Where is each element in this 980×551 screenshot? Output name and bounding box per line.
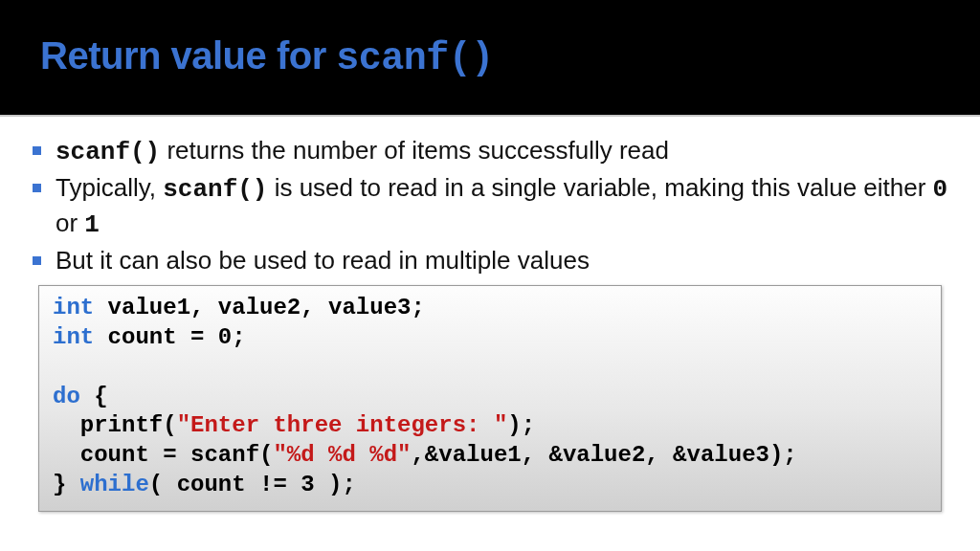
code-text: printf( <box>53 412 177 438</box>
keyword: int <box>53 324 94 350</box>
keyword: int <box>53 295 94 320</box>
slide-content: scanf() returns the number of items succ… <box>0 117 980 512</box>
bullet-text: is used to read in a single variable, ma… <box>267 173 932 202</box>
code-text: { <box>80 384 108 409</box>
bullet-list: scanf() returns the number of items succ… <box>27 134 953 277</box>
code-inline: 0 <box>933 175 948 204</box>
bullet-item: But it can also be used to read in multi… <box>27 244 953 277</box>
code-text: value1, value2, value3; <box>94 295 425 320</box>
string-literal: "Enter three integers: " <box>177 412 508 438</box>
code-block: int value1, value2, value3; int count = … <box>38 285 942 512</box>
code-text: ( count != 3 ); <box>149 472 356 497</box>
keyword: do <box>53 384 80 409</box>
bullet-text: Typically, <box>56 173 163 202</box>
title-prefix: Return value for <box>40 34 336 77</box>
bullet-text: or <box>56 209 84 237</box>
bullet-item: scanf() returns the number of items succ… <box>27 134 953 169</box>
title-code: scanf() <box>336 37 494 80</box>
code-text: ,&value1, &value2, &value3); <box>411 442 796 468</box>
code-text: } <box>53 472 80 497</box>
slide-header: Return value for scanf() <box>0 0 980 117</box>
code-text: count = scanf( <box>53 442 273 468</box>
bullet-text: returns the number of items successfully… <box>160 136 669 165</box>
bullet-item: Typically, scanf() is used to read in a … <box>27 171 953 242</box>
code-inline: 1 <box>84 210 100 239</box>
code-inline: scanf() <box>163 175 267 204</box>
bullet-text: But it can also be used to read in multi… <box>56 246 590 275</box>
keyword: while <box>80 472 149 497</box>
slide-title: Return value for scanf() <box>40 34 494 80</box>
code-inline: scanf() <box>56 138 160 166</box>
string-literal: "%d %d %d" <box>273 442 411 468</box>
code-text: ); <box>507 412 535 438</box>
code-text: count = 0; <box>94 324 245 350</box>
